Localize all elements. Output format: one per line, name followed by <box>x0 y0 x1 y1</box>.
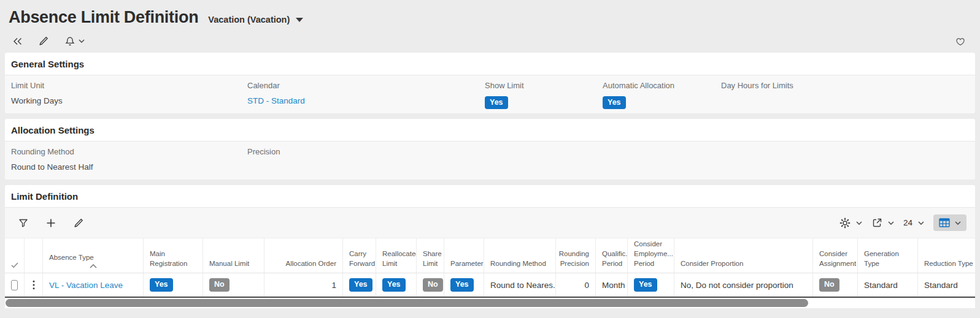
chevron-down-icon <box>918 221 924 225</box>
column-header-carry-forward[interactable]: Carry Forward <box>343 238 376 273</box>
cell-absence-type: VL - Vacation Leave <box>43 273 144 297</box>
status-badge-yes: Yes <box>382 278 406 291</box>
field-value <box>721 96 793 107</box>
allocation-settings-title: Allocation Settings <box>5 119 975 142</box>
column-header-generation-type[interactable]: Generation Type <box>858 238 918 273</box>
limit-table-toolbar: 24 <box>5 208 975 238</box>
context-selector[interactable]: Vacation (Vacation) <box>208 15 303 25</box>
favorite-button[interactable] <box>955 37 965 46</box>
collapse-button[interactable] <box>13 37 22 45</box>
page-header: Absence Limit Definition Vacation (Vacat… <box>0 0 980 27</box>
cell-reallocated-limit: Yes <box>376 273 417 297</box>
general-settings-body: Limit Unit Working Days Calendar STD - S… <box>5 75 975 113</box>
field-value <box>247 162 280 173</box>
notifications-button[interactable] <box>65 36 85 47</box>
field-label: Show Limit <box>485 81 524 90</box>
column-header-share-limit[interactable]: Share Limit <box>417 238 444 273</box>
field-calendar: Calendar STD - Standard <box>247 81 305 107</box>
calendar-link[interactable]: STD - Standard <box>247 96 305 105</box>
field-label: Day Hours for Limits <box>721 81 793 90</box>
gear-icon <box>839 218 851 229</box>
cell-consider-employment-period: Yes <box>628 273 674 297</box>
limit-definition-title: Limit Definition <box>5 185 975 208</box>
double-chevron-left-icon <box>13 37 22 45</box>
column-header-consider-assignment[interactable]: Consider Assignment <box>813 238 858 273</box>
cell-manual-limit: No <box>203 273 264 297</box>
export-dropdown[interactable] <box>871 218 894 229</box>
status-badge-yes: Yes <box>349 278 372 291</box>
absence-type-link[interactable]: VL - Vacation Leave <box>49 281 123 290</box>
column-header-reduction-type[interactable]: Reduction Type <box>918 238 975 273</box>
status-badge-yes: Yes <box>450 278 474 291</box>
field-value: Working Days <box>11 96 63 107</box>
filter-icon <box>18 218 28 228</box>
column-header-qualification-period[interactable]: Qualific... Period <box>596 238 628 273</box>
field-day-hours-for-limits: Day Hours for Limits <box>721 81 793 107</box>
row-menu-cell <box>25 273 43 297</box>
cell-consider-assignment: No <box>813 273 858 297</box>
chevron-down-icon <box>955 221 961 225</box>
action-bar <box>0 29 980 53</box>
horizontal-scrollbar-thumb[interactable] <box>6 299 808 307</box>
column-header-parameters[interactable]: Parameters <box>444 238 484 273</box>
grid-view-dropdown[interactable] <box>933 214 966 231</box>
field-label: Calendar <box>247 81 305 90</box>
edit-button[interactable] <box>39 36 48 46</box>
field-value: Round to Nearest Half <box>11 162 93 173</box>
general-settings-title: General Settings <box>5 53 975 75</box>
cell-parameters: Yes <box>444 273 484 297</box>
status-badge-no: No <box>423 278 443 291</box>
limit-definition-table: Absence Type Main Registration Manual Li… <box>5 238 975 308</box>
field-precision: Precision <box>247 147 280 173</box>
kebab-menu-icon[interactable] <box>33 280 35 290</box>
sort-ascending-icon <box>90 264 97 268</box>
pencil-icon <box>74 218 83 228</box>
page-size-dropdown[interactable]: 24 <box>903 218 924 227</box>
table-grid-icon <box>939 218 950 227</box>
table-header-row: Absence Type Main Registration Manual Li… <box>5 238 975 273</box>
caret-down-icon <box>296 18 303 22</box>
status-badge-no: No <box>819 278 839 291</box>
cell-rounding-method: Round to Neares... <box>484 273 556 297</box>
cell-consider-proportion: No, Do not consider proportion <box>674 273 813 297</box>
edit-row-button[interactable] <box>74 218 83 228</box>
context-selector-label: Vacation (Vacation) <box>208 15 290 25</box>
column-header-rounding-method[interactable]: Rounding Method <box>484 238 556 273</box>
status-badge-yes: Yes <box>603 96 626 109</box>
pencil-icon <box>39 36 48 46</box>
page-title: Absence Limit Definition <box>9 8 198 27</box>
chevron-down-icon <box>888 221 894 225</box>
field-label: Automatic Allocation <box>603 81 674 90</box>
general-settings-section: General Settings Limit Unit Working Days… <box>5 53 975 113</box>
select-all-header[interactable] <box>5 238 25 273</box>
field-show-limit: Show Limit Yes <box>485 81 524 109</box>
table-settings-dropdown[interactable] <box>839 218 862 229</box>
column-header-rounding-precision[interactable]: Rounding Precision <box>556 238 596 273</box>
status-badge-yes: Yes <box>634 278 657 291</box>
column-header-consider-employment-period[interactable]: Consider Employme... Period <box>628 238 674 273</box>
allocation-settings-body: Rounding Method Round to Nearest Half Pr… <box>5 142 975 180</box>
column-header-manual-limit[interactable]: Manual Limit <box>203 238 264 273</box>
add-button[interactable] <box>46 218 56 228</box>
column-header-reallocated-limit[interactable]: Reallocated Limit <box>376 238 417 273</box>
filter-button[interactable] <box>18 218 28 228</box>
status-badge-yes: Yes <box>485 96 508 109</box>
cell-rounding-precision: 0 <box>556 273 596 297</box>
cell-reduction-type: Standard <box>918 273 975 297</box>
cell-qualification-period: Month <box>596 273 628 297</box>
status-badge-yes: Yes <box>150 278 173 291</box>
column-header-absence-type[interactable]: Absence Type <box>43 238 144 273</box>
plus-icon <box>46 218 56 228</box>
cell-carry-forward: Yes <box>343 273 376 297</box>
field-label: Limit Unit <box>11 81 63 90</box>
horizontal-scrollbar <box>5 298 975 308</box>
field-label: Precision <box>247 147 280 156</box>
column-header-main-registration[interactable]: Main Registration <box>144 238 203 273</box>
row-checkbox[interactable] <box>11 280 18 290</box>
cell-generation-type: Standard <box>858 273 918 297</box>
column-header-consider-proportion[interactable]: Consider Proportion <box>674 238 813 273</box>
field-label: Rounding Method <box>11 147 93 156</box>
row-select-cell <box>5 273 25 297</box>
column-header-allocation-order[interactable]: Allocation Order <box>264 238 343 273</box>
field-rounding-method: Rounding Method Round to Nearest Half <box>11 147 93 173</box>
